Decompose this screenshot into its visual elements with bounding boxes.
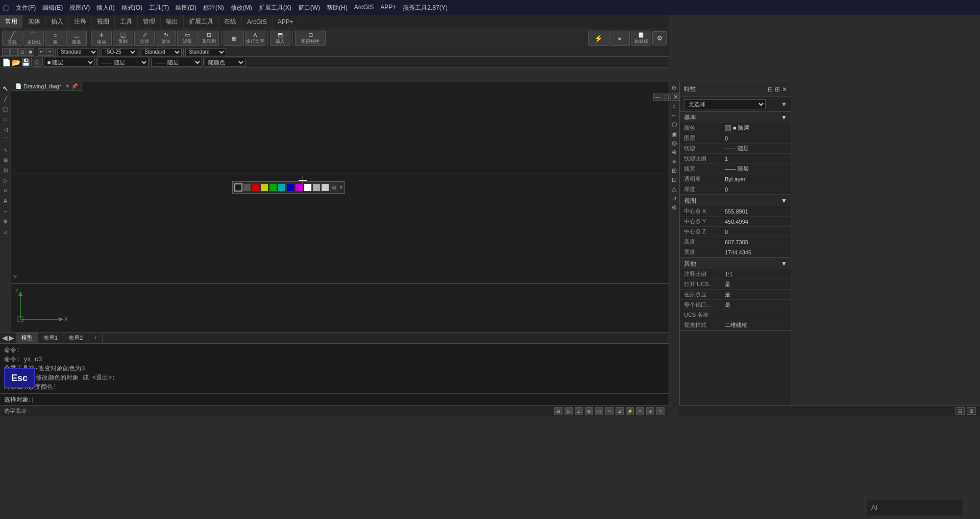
properties-btn[interactable]: ≡	[609, 31, 630, 46]
props-view-header[interactable]: 视图 ▼	[680, 195, 791, 206]
tab-next[interactable]: ▶	[9, 334, 14, 342]
tab-extend[interactable]: 扩展工具	[184, 15, 219, 28]
tool-2[interactable]: ╱	[1, 94, 10, 103]
status-trans[interactable]: ◈	[646, 407, 654, 415]
linewidth-select[interactable]: —— 随层	[151, 58, 202, 67]
move-tool[interactable]: ✛ 移动	[91, 31, 112, 46]
layer-main-select[interactable]: ■ 随层	[44, 58, 95, 67]
tab-layout2[interactable]: 布局2	[63, 333, 88, 343]
swatch-dark[interactable]	[234, 183, 242, 192]
props-other-header[interactable]: 其他 ▼	[680, 258, 791, 269]
tool-10[interactable]: ▷	[1, 176, 10, 185]
tab-output[interactable]: 输出	[161, 15, 184, 28]
rectangle-tool[interactable]: ▭ 矩形	[177, 31, 198, 46]
undo-btn[interactable]: ↩	[38, 48, 45, 56]
menu-view[interactable]: 视图(V)	[66, 3, 93, 13]
paste-btn[interactable]: 📋 粘贴板	[631, 31, 651, 46]
tab-common[interactable]: 常用	[0, 15, 23, 28]
prop-height-value[interactable]: 607.7305	[725, 239, 787, 245]
style-select[interactable]: Standard	[57, 48, 98, 56]
color-toolbar-close[interactable]: ×	[339, 184, 343, 191]
tool-12[interactable]: A	[1, 196, 10, 205]
tool-11[interactable]: ⌑	[1, 186, 10, 195]
status-qp[interactable]: ?	[656, 407, 665, 415]
rv-9[interactable]: ≡	[670, 157, 678, 166]
swatch-green[interactable]	[269, 183, 277, 192]
status-polar[interactable]: ⊕	[585, 407, 593, 415]
drawing-tab[interactable]: 📄 Drawing1.dwg* ✕ 📌	[11, 82, 82, 91]
prop-ann-scale-value[interactable]: 1:1	[725, 271, 787, 277]
prop-cy-value[interactable]: 450.4994	[725, 219, 787, 225]
line-tool[interactable]: ╱ 直线	[2, 31, 22, 46]
qa-open[interactable]: 📂	[12, 58, 20, 66]
swatch-red[interactable]	[252, 183, 260, 192]
tool-4[interactable]: □	[1, 114, 10, 124]
rv-5[interactable]: ⬡	[670, 121, 678, 129]
prop-view-style-value[interactable]: 二维线框	[725, 321, 787, 329]
canvas-close[interactable]: ✕	[672, 93, 680, 101]
tool-13[interactable]: ↔	[1, 206, 10, 216]
iso-select[interactable]: ISO-25	[102, 48, 137, 56]
color-select[interactable]: 随颜色	[205, 58, 246, 67]
prop-color-value[interactable]: ■ 随层	[725, 124, 787, 132]
swatch-magenta[interactable]	[295, 183, 303, 192]
menu-tools[interactable]: 工具(T)	[146, 3, 172, 13]
selection-select[interactable]: 无选择	[684, 99, 766, 109]
tool-9[interactable]: ⊡	[1, 166, 10, 175]
tab-model[interactable]: 模型	[16, 333, 38, 343]
prop-thickness-value[interactable]: 0	[725, 186, 787, 193]
tab-manage[interactable]: 管理	[138, 15, 161, 28]
redo-btn[interactable]: ↪	[46, 48, 54, 56]
stretch-tool[interactable]: ⤢ 拉伸	[134, 31, 155, 46]
status-grid[interactable]: ⊞	[554, 407, 562, 415]
menu-help[interactable]: 帮助(H)	[324, 3, 351, 13]
menu-modify[interactable]: 修改(M)	[228, 3, 255, 13]
menu-edit[interactable]: 编辑(E)	[39, 3, 66, 13]
prop-linescale-value[interactable]: 1	[725, 156, 787, 162]
status-ducs[interactable]: ⊿	[616, 407, 624, 415]
swatch-gray[interactable]	[243, 183, 251, 192]
rv-4[interactable]: ↔	[670, 111, 678, 120]
standard-select2[interactable]: Standard	[141, 48, 182, 56]
tab-add-layout[interactable]: +	[88, 333, 102, 342]
hatch-tool[interactable]: ▦	[224, 31, 244, 46]
menu-dim[interactable]: 标注(N)	[200, 3, 227, 13]
rv-6[interactable]: ▣	[670, 130, 678, 138]
status-right-2[interactable]: ⊞	[967, 407, 976, 415]
linetype-select[interactable]: —— 随层	[97, 58, 149, 67]
swatch-blue[interactable]	[286, 183, 295, 192]
tab-arcgis[interactable]: ArcGIS	[242, 16, 273, 28]
menu-draw[interactable]: 绘图(D)	[173, 3, 200, 13]
tab-online[interactable]: 在线	[219, 15, 242, 28]
prop-viewport-value[interactable]: 是	[725, 301, 787, 309]
status-ortho[interactable]: ⊥	[575, 407, 583, 415]
arc-tool[interactable]: ◡ 圆弧	[66, 31, 87, 46]
tab-tools[interactable]: 工具	[115, 15, 138, 28]
swatch-yellow[interactable]	[260, 183, 268, 192]
canvas-minimize[interactable]: ─	[653, 93, 662, 101]
swatch-lgray[interactable]	[312, 183, 321, 192]
tool-15[interactable]: ⊿	[1, 227, 10, 236]
props-icon-3[interactable]: ✕	[782, 86, 787, 93]
swatch-custom[interactable]: ⚙	[330, 183, 338, 192]
tab-solid[interactable]: 实体	[23, 15, 46, 28]
rotate-tool[interactable]: ↻ 旋转	[156, 31, 176, 46]
multiline-text[interactable]: A 多行文字	[245, 31, 265, 46]
qa-new[interactable]: 📄	[2, 58, 11, 66]
copy-tool[interactable]: ⿻ 复制	[113, 31, 133, 46]
prop-cz-value[interactable]: 0	[725, 229, 787, 235]
rv-13[interactable]: ⊿	[670, 194, 678, 202]
status-otrack[interactable]: ∞	[605, 407, 614, 415]
rv-3[interactable]: ↕	[670, 102, 678, 110]
menu-format[interactable]: 格式(O)	[118, 3, 145, 13]
prop-layer-value[interactable]: 0	[725, 135, 787, 141]
prop-origin-value[interactable]: 是	[725, 291, 787, 298]
esc-button[interactable]: Esc	[4, 368, 35, 388]
qa-plot[interactable]: 0	[33, 58, 41, 67]
tool-7[interactable]: ∿	[1, 145, 10, 154]
rv-8[interactable]: ⊕	[670, 148, 678, 156]
prop-linetype-value[interactable]: —— 随层	[725, 145, 787, 152]
array-tool[interactable]: ⊞ 形阵列	[199, 31, 219, 46]
small-tool-1[interactable]: □	[2, 48, 10, 56]
qa-save[interactable]: 💾	[21, 58, 30, 66]
